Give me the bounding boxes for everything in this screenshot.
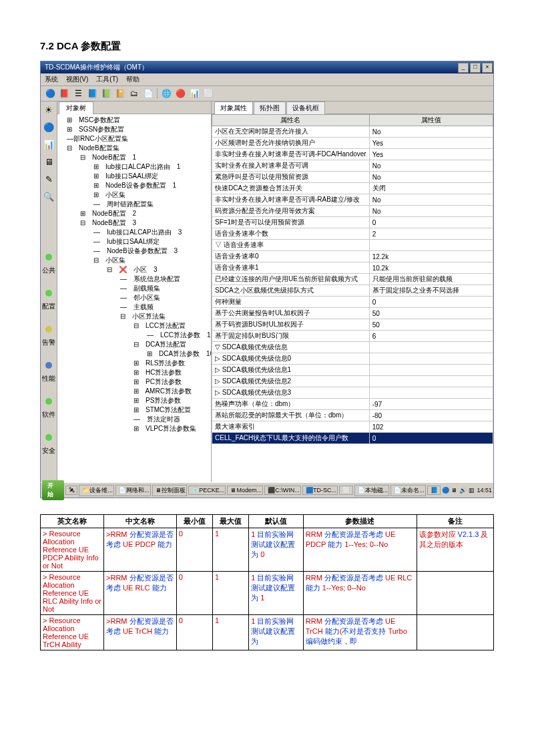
property-name[interactable]: 实时业务在接入时速率是否可调 [212, 160, 370, 172]
property-name[interactable]: 小区在无空闲时隙是否允许接入 [212, 126, 370, 138]
taskbar-item[interactable]: 📘 [427, 486, 441, 495]
taskbar-item[interactable]: 🟦TD-SC... [302, 486, 338, 495]
property-value[interactable] [369, 353, 493, 365]
tree-node[interactable]: — 系统信息块配置 [67, 274, 210, 284]
property-name[interactable]: 基于固定排队时BUS门限 [212, 331, 370, 342]
taskbar-item[interactable]: 🖥控制面板 [152, 485, 187, 496]
property-name[interactable]: CELL_FACH状态下UL最大支持的信令用户数 [212, 433, 370, 444]
toolbar-icon[interactable]: ⬜ [203, 88, 214, 99]
property-name[interactable]: 基于公共测量报告时UL加权因子 [212, 308, 370, 319]
menu-item[interactable]: 帮助 [126, 75, 140, 84]
tree-node[interactable]: ⊞ SGSN参数配置 [67, 125, 210, 134]
tree-node[interactable]: ⊞ Iub接口ALCAP出路由 1 [67, 162, 210, 172]
taskbar-item[interactable]: ⬛C:\WIN... [264, 486, 301, 495]
menu-item[interactable]: 视图(V) [66, 75, 88, 84]
property-name[interactable]: ▽ SDCA载频优先级信息 [212, 342, 370, 353]
tree-node[interactable]: — 算法定时器 [67, 415, 210, 424]
toolbar-icon[interactable]: 📗 [101, 88, 111, 99]
tree-node[interactable]: ⊟ NodeB配置 3 [67, 218, 210, 228]
title-bar[interactable]: TD-SCDMA操作维护终端（OMT） _ □ × [41, 61, 493, 73]
tree-node[interactable]: ⊟ 小区集 [67, 256, 210, 265]
tree-node[interactable]: ⊞ 小区集 [67, 190, 210, 200]
maximize-button[interactable]: □ [470, 63, 481, 73]
property-value[interactable]: 只能使用当前所驻留的载频 [369, 274, 493, 285]
sidebar-label[interactable]: 安全 [42, 446, 55, 455]
property-name[interactable]: 非实时业务在接入时速率是否可调-RAB建立/修改 [212, 194, 370, 206]
sidebar-icon[interactable]: 🔵 [43, 122, 55, 134]
property-name[interactable]: SF=1时是否可以使用预留资源 [212, 217, 370, 228]
tree-node[interactable]: ⊞ DCA算法参数 10079 [67, 349, 210, 359]
tree-node[interactable]: ⊞ STMC算法配置 [67, 405, 210, 415]
property-value[interactable]: Yes [369, 149, 493, 160]
tree-node[interactable]: — NodeB设备参数配置 3 [67, 246, 210, 256]
taskbar-item[interactable]: 📄未命名... [390, 485, 426, 496]
minimize-button[interactable]: _ [458, 63, 469, 73]
property-value[interactable]: 102 [369, 421, 493, 433]
property-name[interactable]: 基于码资源BUS时UL加权因子 [212, 319, 370, 331]
property-value[interactable] [369, 387, 493, 399]
taskbar-item[interactable]: 📁设备维... [79, 485, 114, 496]
property-value[interactable]: 基于固定排队之业务不同选择 [369, 285, 493, 297]
sidebar-icon[interactable]: 🖥 [43, 156, 55, 168]
property-value[interactable]: -80 [369, 410, 493, 421]
sidebar-label[interactable]: 软件 [42, 410, 55, 419]
sidebar-icon[interactable]: ✎ [43, 174, 55, 186]
property-value[interactable]: No [369, 194, 493, 206]
sidebar-label[interactable]: 告警 [42, 338, 55, 347]
tree-node[interactable]: ⊞ Iub接口SAAL绑定 [67, 172, 210, 181]
property-value[interactable]: 0 [369, 433, 493, 444]
menu-item[interactable]: 工具(T) [96, 75, 118, 84]
sidebar-label[interactable]: 公共 [42, 266, 55, 275]
property-name[interactable]: 热噪声功率（单位：dbm） [212, 399, 370, 410]
taskbar-item[interactable]: 🛰 [65, 486, 77, 495]
taskbar-item[interactable]: 💿PECKE... [188, 486, 226, 495]
taskbar-item[interactable]: 📄网络和... [115, 485, 151, 496]
tree-node[interactable]: ⊟ LCC算法配置 [67, 321, 210, 331]
property-name[interactable]: ▷ SDCA载频优先级信息3 [212, 387, 370, 399]
close-button[interactable]: × [482, 63, 493, 73]
property-value[interactable]: No [369, 172, 493, 183]
property-name[interactable]: 何种测量 [212, 297, 370, 308]
property-tab[interactable]: 拓扑图 [254, 102, 286, 114]
property-value[interactable] [369, 365, 493, 376]
property-value[interactable]: No [369, 206, 493, 217]
property-name[interactable]: 语音业务速率个数 [212, 228, 370, 240]
property-name[interactable]: 小区频谱时是否允许接纳切换用户 [212, 138, 370, 149]
tree-node[interactable]: — 主载频 [67, 303, 210, 312]
toolbar-icon[interactable]: 🔴 [175, 88, 186, 99]
property-name[interactable]: 紧急呼叫是否可以使用预留资源 [212, 172, 370, 183]
sidebar-icon[interactable]: 📊 [43, 139, 55, 151]
tray-icon[interactable]: ▥ [469, 487, 475, 494]
property-name[interactable]: ▷ SDCA载频优先级信息2 [212, 376, 370, 387]
taskbar-item[interactable]: ⬜ [339, 486, 352, 495]
sidebar-label[interactable]: 配置 [42, 302, 55, 311]
property-name[interactable]: ▷ SDCA载频优先级信息0 [212, 353, 370, 365]
tree-node[interactable]: ⊞ NodeB配置 2 [67, 209, 210, 218]
tree-node[interactable]: ⊟ DCA算法配置 [67, 340, 210, 349]
toolbar-icon[interactable]: ☰ [73, 88, 83, 99]
tree-node[interactable]: ⊞ RLS算法参数 [67, 359, 210, 368]
tree-node[interactable]: — Iub接口SAAL绑定 [67, 237, 210, 246]
tree-node[interactable]: — 副载频集 [67, 284, 210, 293]
tree-node[interactable]: ⊞ PC算法参数 [67, 377, 210, 387]
toolbar-icon[interactable]: 🗂 [129, 88, 140, 99]
tree-node[interactable]: ⊞ MSC参数配置 [67, 116, 210, 125]
property-value[interactable]: 10.2k [369, 262, 493, 274]
property-value[interactable]: 0 [369, 217, 493, 228]
property-value[interactable]: 50 [369, 308, 493, 319]
property-table[interactable]: 属性名属性值小区在无空闲时隙是否允许接入No小区频谱时是否允许接纳切换用户Yes… [212, 114, 493, 482]
menu-item[interactable]: 系统 [45, 75, 58, 84]
tray-icon[interactable]: 🔊 [459, 487, 467, 494]
property-name[interactable]: ▷ SDCA载频优先级信息1 [212, 365, 370, 376]
toolbar-icon[interactable]: 📘 [87, 88, 97, 99]
property-name[interactable]: 非实时业务在接入时速率是否可调-FDCA/Handover [212, 149, 370, 160]
tree-node[interactable]: ⊞ NodeB设备参数配置 1 [67, 181, 210, 190]
property-value[interactable]: Yes [369, 138, 493, 149]
toolbar-icon[interactable]: 📕 [59, 88, 69, 99]
toolbar-icon[interactable]: 🔵 [45, 88, 55, 99]
tree-node[interactable]: ⊟ NodeB配置集 [67, 144, 210, 153]
property-name[interactable]: 基站所能忍受的时隙最大干扰（单位：dbm） [212, 410, 370, 421]
start-button[interactable]: 开始 [42, 480, 64, 500]
tree-node[interactable]: ⊟ NodeB配置 1 [67, 153, 210, 162]
taskbar-item[interactable]: 🖥Modem... [227, 486, 263, 495]
